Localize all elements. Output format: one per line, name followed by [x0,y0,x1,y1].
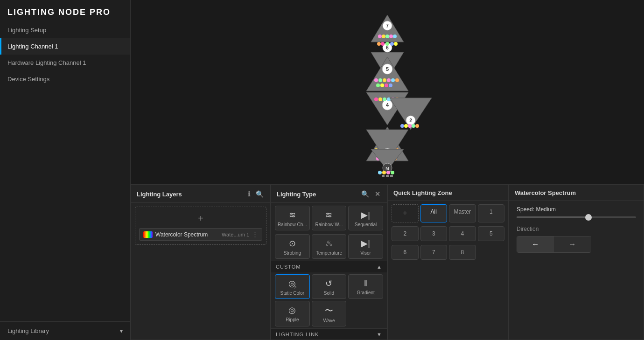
custom-label: CUSTOM [276,264,301,270]
lt-strobing-label: Strobing [284,250,301,256]
search-icon-lt[interactable]: 🔍 [360,189,370,199]
lighting-type-icons: 🔍 ✕ [360,189,381,199]
zone-add-button[interactable]: + [392,204,419,222]
lighting-type-scroll[interactable]: ≋ Rainbow Ch... ≋ Rainbow W... ▶| Sequen… [271,203,387,340]
lt-item-ripple[interactable]: ◎ Ripple [275,301,310,326]
speed-value: Medium [536,206,556,213]
chevron-down-icon-ll: ▼ [377,332,382,337]
lt-item-solid[interactable]: ↺ Solid [312,274,347,299]
svg-point-54 [415,124,419,128]
svg-point-6 [389,35,393,38]
speed-slider-fill [517,216,588,218]
sidebar-item-device-settings[interactable]: Device Settings [0,71,130,87]
svg-text:5: 5 [386,66,389,72]
watercolor-title: Watercolor Spectrum [515,189,576,196]
lighting-type-title: Lighting Type [277,191,316,198]
speed-slider-thumb[interactable] [585,214,592,221]
lighting-library-btn[interactable]: Lighting Library ▾ [0,321,130,340]
zone-btn-4[interactable]: 4 [449,226,476,241]
speed-slider-track[interactable] [517,216,636,218]
lt-item-wave[interactable]: 〜 Wave [312,301,347,326]
info-icon[interactable]: ℹ [247,189,251,199]
wave-icon: 〜 [325,305,333,316]
rainbow-ch-icon: ≋ [289,210,296,220]
svg-text:4: 4 [386,102,389,108]
lighting-link-toggle[interactable]: LIGHTING LINK ▼ [271,328,387,340]
lighting-layers-panel: Lighting Layers ℹ 🔍 + Watercolor Spectru… [131,184,271,340]
svg-text:2: 2 [409,118,412,123]
chevron-up-icon: ▲ [377,264,382,270]
lt-temperature-label: Temperature [316,250,342,256]
svg-text:7: 7 [386,23,389,28]
lt-item-gradient[interactable]: ⦀ Gradient [348,274,383,299]
custom-section-toggle[interactable]: CUSTOM ▲ [271,261,387,272]
svg-point-7 [393,35,397,38]
search-icon[interactable]: 🔍 [255,189,265,199]
lt-wave-label: Wave [323,318,335,323]
svg-text:M: M [385,166,389,171]
visor-icon: ▶| [361,238,370,249]
watercolor-panel: Watercolor Spectrum Speed: Medium Direct… [509,184,644,340]
svg-point-21 [383,78,386,82]
add-layer-button[interactable]: + [139,211,262,226]
svg-point-68 [386,171,390,174]
svg-point-26 [380,83,384,87]
lighting-link-label: LIGHTING LINK [276,332,319,337]
lt-ripple-label: Ripple [286,317,299,322]
layer-item[interactable]: Watercolor Spectrum Wate...um 1 ⋮ [139,228,262,241]
zone-btn-master[interactable]: Master [449,204,476,222]
lt-item-rainbow-ch[interactable]: ≋ Rainbow Ch... [275,206,310,230]
svg-point-67 [382,171,386,174]
close-icon-lt[interactable]: ✕ [374,189,381,199]
quick-zone-header: Quick Lighting Zone [388,185,508,201]
layer-name: Watercolor Spectrum [155,231,219,238]
svg-point-32 [374,97,378,101]
lighting-type-panel: Lighting Type 🔍 ✕ ≋ Rainbow Ch... ≋ Rain… [271,184,387,340]
custom-grid: ◎↗ Static Color ↺ Solid ⦀ Gradient ◎ Rip… [271,272,387,328]
lt-item-rainbow-w[interactable]: ≋ Rainbow W... [312,206,347,230]
lt-item-sequential[interactable]: ▶| Sequential [348,206,383,230]
zone-btn-8[interactable]: 8 [449,245,476,260]
lt-rainbow-ch-label: Rainbow Ch... [278,222,307,227]
svg-point-12 [381,42,385,46]
lt-visor-label: Visor [360,250,371,256]
svg-point-28 [389,83,392,87]
zone-btn-3[interactable]: 3 [420,226,448,241]
lt-item-visor[interactable]: ▶| Visor [348,234,383,259]
bottom-panels: Lighting Layers ℹ 🔍 + Watercolor Spectru… [131,184,644,340]
svg-point-27 [385,83,388,87]
zone-btn-1[interactable]: 1 [478,204,505,222]
zone-btn-2[interactable]: 2 [392,226,419,241]
direction-buttons: ← → [517,236,591,253]
sidebar-item-setup[interactable]: Lighting Setup [0,22,130,38]
solid-icon: ↺ [325,278,332,289]
svg-point-14 [390,42,394,46]
svg-point-50 [400,124,404,128]
static-color-icon: ◎↗ [288,278,296,289]
lt-item-static-color[interactable]: ◎↗ Static Color [275,274,310,299]
svg-point-51 [404,124,408,128]
zone-btn-5[interactable]: 5 [478,226,505,241]
zone-grid-top: + All Master 1 [388,201,508,226]
sidebar-item-hw-channel[interactable]: Hardware Lighting Channel 1 [0,55,130,71]
lt-item-temperature[interactable]: ♨ Temperature [312,234,347,259]
zone-btn-7[interactable]: 7 [420,245,448,260]
svg-rect-71 [386,175,389,177]
svg-point-34 [383,97,386,101]
zone-row-3: 6 7 8 [388,243,508,262]
nav-menu: Lighting Setup Lighting Channel 1 Hardwa… [0,22,130,87]
direction-label: Direction [517,226,636,232]
lt-item-strobing[interactable]: ⊙ Strobing [275,234,310,259]
layer-more-icon[interactable]: ⋮ [252,231,258,238]
sidebar-item-channel1[interactable]: Lighting Channel 1 [0,38,130,55]
zone-btn-all[interactable]: All [420,204,448,222]
zone-btn-6[interactable]: 6 [392,245,419,260]
watercolor-body: Speed: Medium Direction ← → [509,201,644,258]
svg-point-24 [395,78,399,82]
sidebar: LIGHTING NODE PRO Lighting Setup Lightin… [0,0,131,340]
temperature-icon: ♨ [325,238,333,249]
lt-sequential-label: Sequential [355,222,377,227]
svg-point-11 [377,42,381,46]
direction-right-button[interactable]: → [554,236,591,252]
direction-left-button[interactable]: ← [517,236,554,252]
